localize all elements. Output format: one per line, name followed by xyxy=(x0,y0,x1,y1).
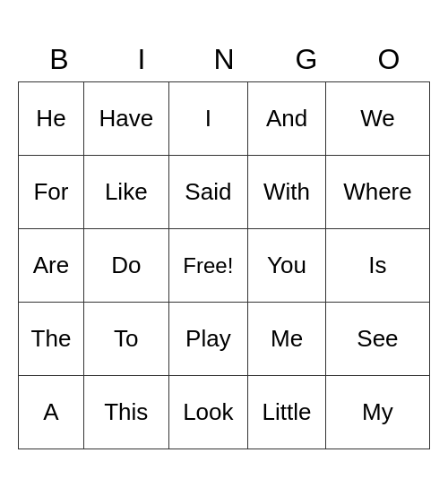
bingo-cell: Have xyxy=(83,82,168,156)
bingo-cell: A xyxy=(19,376,84,449)
bingo-cell: Do xyxy=(83,229,168,303)
header-n: N xyxy=(183,38,265,81)
bingo-cell: Said xyxy=(168,156,248,229)
bingo-cell: The xyxy=(19,303,84,376)
bingo-cell: Are xyxy=(19,229,84,303)
bingo-cell: Free! xyxy=(168,229,248,303)
bingo-grid: HeHaveIAndWeForLikeSaidWithWhereAreDoFre… xyxy=(18,81,430,449)
bingo-cell: Is xyxy=(325,229,429,303)
bingo-cell: Little xyxy=(248,376,326,449)
bingo-cell: You xyxy=(248,229,326,303)
bingo-cell: See xyxy=(325,303,429,376)
bingo-cell: Where xyxy=(325,156,429,229)
bingo-cell: To xyxy=(83,303,168,376)
header-g: G xyxy=(265,38,348,81)
header-i: I xyxy=(100,38,183,81)
bingo-cell: This xyxy=(83,376,168,449)
bingo-cell: My xyxy=(325,376,429,449)
table-row: AreDoFree!YouIs xyxy=(19,229,430,303)
bingo-cell: Me xyxy=(248,303,326,376)
header-o: O xyxy=(348,38,430,81)
bingo-cell: I xyxy=(168,82,248,156)
bingo-cell: And xyxy=(248,82,326,156)
header-b: B xyxy=(18,38,100,81)
bingo-cell: Like xyxy=(83,156,168,229)
table-row: ForLikeSaidWithWhere xyxy=(19,156,430,229)
bingo-cell: For xyxy=(19,156,84,229)
bingo-cell: We xyxy=(325,82,429,156)
bingo-header: B I N G O xyxy=(18,38,430,81)
bingo-cell: With xyxy=(248,156,326,229)
table-row: AThisLookLittleMy xyxy=(19,376,430,449)
bingo-cell: He xyxy=(19,82,84,156)
bingo-cell: Look xyxy=(168,376,248,449)
table-row: TheToPlayMeSee xyxy=(19,303,430,376)
bingo-cell: Play xyxy=(168,303,248,376)
table-row: HeHaveIAndWe xyxy=(19,82,430,156)
bingo-card: B I N G O HeHaveIAndWeForLikeSaidWithWhe… xyxy=(18,38,430,449)
